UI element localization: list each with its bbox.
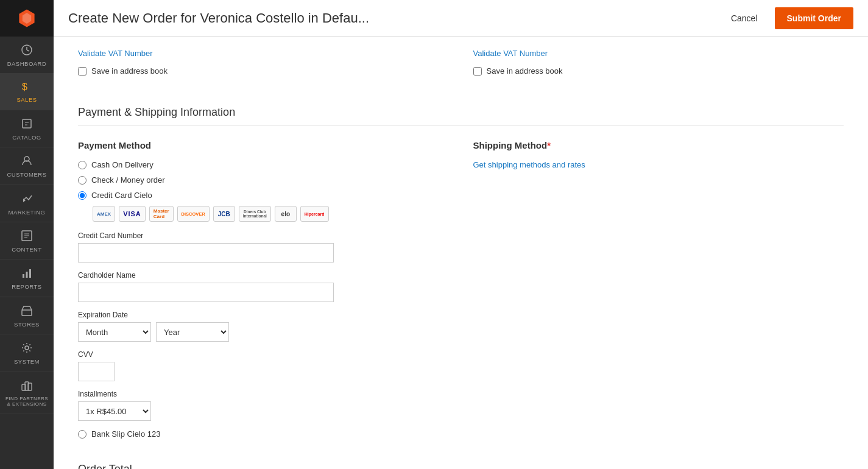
- header-actions: Cancel Submit Order: [721, 7, 853, 29]
- page-title: Create New Order for Veronica Costello i…: [68, 10, 369, 26]
- submit-order-button[interactable]: Submit Order: [775, 7, 853, 29]
- svg-rect-6: [23, 274, 24, 278]
- sidebar-item-label: MARKETING: [9, 209, 46, 216]
- visa-logo: VISA: [119, 206, 146, 222]
- pay-check-radio[interactable]: [78, 176, 86, 185]
- payment-option-check[interactable]: Check / Money order: [78, 175, 449, 185]
- save-shipping-checkbox[interactable]: [473, 67, 482, 76]
- cardholder-name-group: Cardholder Name: [78, 271, 449, 302]
- marketing-icon: [21, 192, 33, 206]
- save-shipping-checkbox-row: Save in address book: [473, 66, 844, 76]
- sidebar-item-marketing[interactable]: MARKETING: [0, 185, 54, 222]
- sidebar-item-stores[interactable]: STORES: [0, 297, 54, 334]
- sidebar-item-reports[interactable]: REPORTS: [0, 259, 54, 297]
- section-divider: [78, 125, 844, 125]
- system-icon: [21, 342, 33, 356]
- save-billing-checkbox[interactable]: [78, 67, 86, 76]
- svg-point-10: [25, 346, 29, 350]
- sidebar-logo[interactable]: [0, 0, 54, 37]
- sidebar-item-label: SALES: [16, 96, 37, 103]
- sidebar-item-content[interactable]: CONTENT: [0, 222, 54, 259]
- svg-rect-2: [23, 119, 31, 128]
- order-total-heading: Order Total: [78, 463, 844, 469]
- pay-cash-label: Cash On Delivery: [91, 160, 153, 169]
- sidebar-item-find-partners[interactable]: FIND PARTNERS& EXTENSIONS: [0, 372, 54, 414]
- sidebar-item-label: SYSTEM: [14, 358, 40, 365]
- payment-method-title: Payment Method: [78, 140, 449, 150]
- page-header: Create New Order for Veronica Costello i…: [54, 0, 868, 37]
- credit-card-number-input[interactable]: [78, 243, 334, 263]
- svg-text:$: $: [22, 82, 27, 92]
- catalog-icon: [21, 118, 33, 132]
- mastercard-logo: MasterCard: [149, 206, 174, 222]
- sidebar-item-label: CONTENT: [12, 246, 41, 253]
- installments-label: Installments: [78, 390, 449, 398]
- month-select[interactable]: Month 010203 040506 070809 101112: [78, 322, 151, 342]
- payment-option-credit-card[interactable]: Credit Card Cielo: [78, 191, 449, 200]
- payment-shipping-heading: Payment & Shipping Information: [78, 106, 844, 119]
- save-billing-label[interactable]: Save in address book: [91, 66, 168, 76]
- sidebar-item-dashboard[interactable]: DASHBOARD: [0, 37, 54, 74]
- payment-shipping-grid: Payment Method Cash On Delivery Check / …: [78, 140, 844, 445]
- credit-card-number-label: Credit Card Number: [78, 231, 449, 240]
- address-book-row: Validate VAT Number Save in address book…: [78, 49, 844, 88]
- stores-icon: [21, 305, 33, 319]
- cvv-input[interactable]: [78, 362, 115, 381]
- validate-vat-shipping-link[interactable]: Validate VAT Number: [473, 49, 844, 58]
- jcb-logo: JCB: [213, 206, 235, 222]
- credit-card-number-group: Credit Card Number: [78, 231, 449, 263]
- main-area: Create New Order for Veronica Costello i…: [54, 0, 868, 469]
- payment-method-column: Payment Method Cash On Delivery Check / …: [78, 140, 449, 445]
- svg-rect-7: [26, 272, 28, 278]
- sidebar-item-label: DASHBOARD: [7, 60, 47, 67]
- content-icon: [21, 230, 33, 244]
- svg-rect-8: [29, 269, 31, 278]
- billing-address-col: Validate VAT Number Save in address book: [78, 49, 449, 76]
- discover-logo: DISCOVER: [177, 206, 210, 222]
- reports-icon: [21, 267, 33, 281]
- expiration-date-label: Expiration Date: [78, 311, 449, 319]
- payment-option-bank-slip[interactable]: Bank Slip Cielo 123: [78, 429, 449, 439]
- get-shipping-link[interactable]: Get shipping methods and rates: [473, 160, 585, 169]
- sidebar-item-label: FIND PARTNERS& EXTENSIONS: [5, 396, 48, 407]
- pay-bank-slip-label: Bank Slip Cielo 123: [91, 429, 160, 439]
- hipercard-logo: Hipercard: [300, 206, 329, 222]
- sidebar-item-customers[interactable]: CUSTOMERS: [0, 147, 54, 185]
- sidebar-item-label: REPORTS: [12, 283, 41, 290]
- dashboard-icon: [21, 44, 33, 58]
- payment-option-cash[interactable]: Cash On Delivery: [78, 160, 449, 169]
- cvv-label: CVV: [78, 350, 449, 359]
- save-shipping-label[interactable]: Save in address book: [487, 66, 563, 76]
- cardholder-name-input[interactable]: [78, 283, 334, 302]
- shipping-address-col: Validate VAT Number Save in address book: [473, 49, 844, 76]
- find-partners-icon: [21, 379, 33, 393]
- shipping-method-column: Shipping Method* Get shipping methods an…: [473, 140, 844, 445]
- pay-bank-slip-radio[interactable]: [78, 430, 86, 439]
- cancel-button[interactable]: Cancel: [721, 9, 767, 28]
- pay-check-label: Check / Money order: [91, 175, 165, 185]
- shipping-method-title: Shipping Method*: [473, 140, 844, 150]
- elo-logo: elo: [275, 206, 297, 222]
- validate-vat-billing-link[interactable]: Validate VAT Number: [78, 49, 449, 58]
- sidebar: DASHBOARD $ SALES CATALOG CUSTOMERS MARK…: [0, 0, 54, 469]
- card-logos-row: AMEX VISA MasterCard DISCOVER JCB Diners…: [93, 206, 449, 222]
- pay-credit-card-radio[interactable]: [78, 191, 86, 200]
- pay-credit-card-label: Credit Card Cielo: [91, 191, 152, 200]
- sidebar-item-label: STORES: [14, 321, 40, 328]
- content-area: Validate VAT Number Save in address book…: [54, 37, 868, 469]
- diners-logo: Diners ClubInternational: [239, 206, 271, 222]
- sidebar-item-system[interactable]: SYSTEM: [0, 334, 54, 372]
- expiration-date-group: Expiration Date Month 010203 040506 0708…: [78, 311, 449, 342]
- cvv-group: CVV: [78, 350, 449, 381]
- required-star: *: [547, 140, 551, 150]
- sidebar-item-label: CATALOG: [12, 134, 41, 141]
- sidebar-item-label: CUSTOMERS: [7, 171, 46, 178]
- installments-select[interactable]: 1x R$45.00: [78, 401, 151, 421]
- sidebar-item-catalog[interactable]: CATALOG: [0, 110, 54, 147]
- save-billing-checkbox-row: Save in address book: [78, 66, 449, 76]
- pay-cash-radio[interactable]: [78, 161, 86, 169]
- year-select[interactable]: Year 202420252026 202720282029 2030: [156, 322, 229, 342]
- sidebar-item-sales[interactable]: $ SALES: [0, 74, 54, 110]
- customers-icon: [21, 155, 33, 169]
- sales-icon: $: [21, 81, 33, 94]
